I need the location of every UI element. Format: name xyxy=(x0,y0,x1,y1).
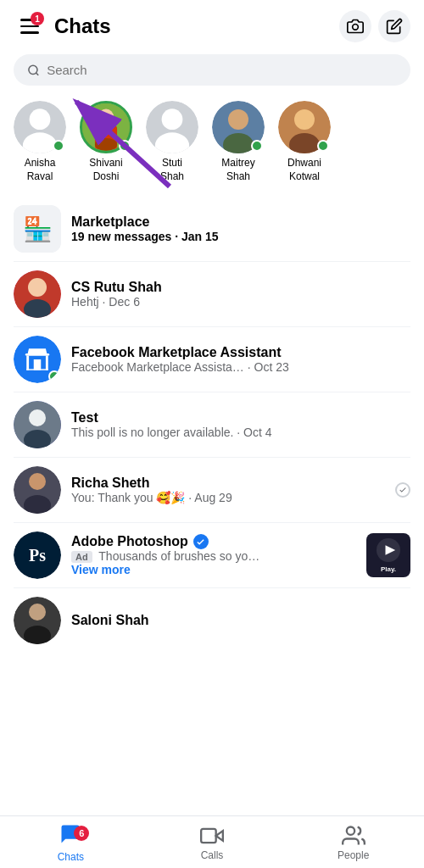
story-name: ShivaniDoshi xyxy=(89,157,122,183)
svg-point-29 xyxy=(29,473,46,490)
chat-preview: This poll is no longer available. · Oct … xyxy=(71,426,410,439)
search-container xyxy=(0,49,424,94)
svg-point-9 xyxy=(162,108,183,130)
chat-name: Richa Sheth xyxy=(71,476,385,491)
camera-icon xyxy=(347,18,364,35)
story-item[interactable]: AnishaRaval xyxy=(14,101,66,183)
search-input[interactable] xyxy=(47,63,397,77)
svg-point-8 xyxy=(95,138,117,151)
chat-item-test[interactable]: Test This poll is no longer available. ·… xyxy=(0,392,424,457)
svg-point-0 xyxy=(353,25,359,31)
people-icon xyxy=(342,824,365,848)
camera-button[interactable] xyxy=(339,10,371,42)
online-indicator xyxy=(48,370,60,382)
chat-avatar xyxy=(14,466,61,514)
read-receipt xyxy=(395,482,410,498)
svg-point-3 xyxy=(30,108,51,130)
chat-meta xyxy=(395,482,410,498)
compose-icon xyxy=(386,18,403,35)
story-name: StutiShah xyxy=(160,157,184,183)
chat-info: Marketplace 19 new messages · Jan 15 xyxy=(71,214,410,243)
svg-rect-21 xyxy=(26,356,29,370)
svg-point-4 xyxy=(23,132,57,153)
svg-rect-22 xyxy=(46,356,48,370)
chat-preview: Facebook Marketplace Assista… · Oct 23 xyxy=(71,360,410,374)
calls-icon xyxy=(200,824,224,848)
verified-badge xyxy=(193,534,209,549)
nav-calls[interactable]: Calls xyxy=(142,817,283,868)
story-avatar-wrap xyxy=(212,101,265,153)
chat-item-saloni[interactable]: Saloni Shah xyxy=(0,588,424,653)
nav-chats[interactable]: 6 Chats xyxy=(0,815,142,869)
chat-avatar xyxy=(14,401,61,448)
chat-avatar xyxy=(14,336,61,383)
search-bar[interactable] xyxy=(14,54,410,86)
story-item[interactable]: DhwaniKotwal xyxy=(278,101,331,183)
nav-people-label: People xyxy=(338,849,369,861)
story-avatar-wrap xyxy=(14,101,66,153)
chat-preview: 19 new messages · Jan 15 xyxy=(71,230,410,243)
menu-notification-badge: 1 xyxy=(31,12,44,25)
chat-item-cs-rutu[interactable]: CS Rutu Shah Hehtj · Dec 6 xyxy=(0,262,424,326)
svg-marker-38 xyxy=(216,831,223,841)
svg-point-18 xyxy=(28,278,47,297)
header: 1 Chats xyxy=(0,0,424,49)
view-more-link[interactable]: View more xyxy=(71,563,131,576)
chat-meta: Play. xyxy=(366,533,410,577)
svg-point-15 xyxy=(294,109,315,130)
chat-info: Facebook Marketplace Assistant Facebook … xyxy=(71,345,410,374)
chat-item-adobe[interactable]: Ps Adobe Photoshop Ad Thousands of brush… xyxy=(0,523,424,587)
chat-info: Richa Sheth You: Thank you 🥰🎉 · Aug 29 xyxy=(71,476,385,504)
story-avatar-wrap xyxy=(146,101,198,153)
story-name: AnishaRaval xyxy=(25,157,56,183)
online-indicator xyxy=(119,140,131,152)
svg-line-2 xyxy=(36,72,39,75)
story-name: MaitreyShah xyxy=(221,157,254,183)
chat-list: 🏪 Marketplace 19 new messages · Jan 15 xyxy=(0,197,424,653)
ad-thumbnail[interactable]: Play. xyxy=(366,533,410,577)
svg-rect-39 xyxy=(201,828,216,842)
chat-preview: Ad Thousands of brushes so yo… View more xyxy=(71,549,356,576)
online-indicator xyxy=(317,140,329,152)
nav-people[interactable]: People xyxy=(282,817,424,868)
svg-point-10 xyxy=(155,132,189,153)
chat-avatar: Ps xyxy=(14,531,61,579)
svg-point-12 xyxy=(228,109,248,130)
header-left: 1 Chats xyxy=(14,10,111,42)
chat-name: Facebook Marketplace Assistant xyxy=(71,345,410,360)
story-item[interactable]: ShivaniDoshi xyxy=(80,101,132,183)
chat-name: CS Rutu Shah xyxy=(71,280,410,295)
svg-point-34 xyxy=(29,604,46,620)
marketplace-icon: 🏪 xyxy=(14,205,61,253)
compose-button[interactable] xyxy=(378,10,410,42)
chat-preview: Hehtj · Dec 6 xyxy=(71,295,410,309)
story-item[interactable]: StutiShah xyxy=(146,101,198,183)
story-avatar-wrap xyxy=(80,101,132,153)
chat-preview: You: Thank you 🥰🎉 · Aug 29 xyxy=(71,491,385,504)
story-avatar xyxy=(146,101,198,153)
nav-calls-label: Calls xyxy=(201,849,224,861)
chat-avatar xyxy=(14,597,61,644)
page-title: Chats xyxy=(54,14,111,38)
online-indicator xyxy=(251,140,263,152)
header-actions xyxy=(339,10,410,42)
svg-rect-20 xyxy=(25,353,49,356)
search-icon xyxy=(27,64,40,77)
story-item[interactable]: MaitreyShah xyxy=(212,101,265,183)
svg-point-26 xyxy=(29,409,46,426)
story-name: DhwaniKotwal xyxy=(287,157,321,183)
chat-name: Saloni Shah xyxy=(71,613,410,628)
stories-row: AnishaRaval ShivaniDoshi xyxy=(0,94,424,197)
chat-item-marketplace[interactable]: 🏪 Marketplace 19 new messages · Jan 15 xyxy=(0,197,424,261)
nav-chats-icon-wrap: 6 xyxy=(59,822,82,849)
chat-item-richa[interactable]: Richa Sheth You: Thank you 🥰🎉 · Aug 29 xyxy=(0,458,424,522)
chats-badge: 6 xyxy=(74,826,89,841)
chat-avatar: 🏪 xyxy=(14,205,61,253)
svg-point-1 xyxy=(29,65,37,74)
menu-button[interactable]: 1 xyxy=(14,10,46,42)
chat-item-fb-marketplace[interactable]: Facebook Marketplace Assistant Facebook … xyxy=(0,327,424,392)
chat-name: Marketplace xyxy=(71,214,410,230)
chat-info: Adobe Photoshop Ad Thousands of brushes … xyxy=(71,534,356,576)
chat-info: CS Rutu Shah Hehtj · Dec 6 xyxy=(71,280,410,309)
chat-info: Test This poll is no longer available. ·… xyxy=(71,410,410,439)
